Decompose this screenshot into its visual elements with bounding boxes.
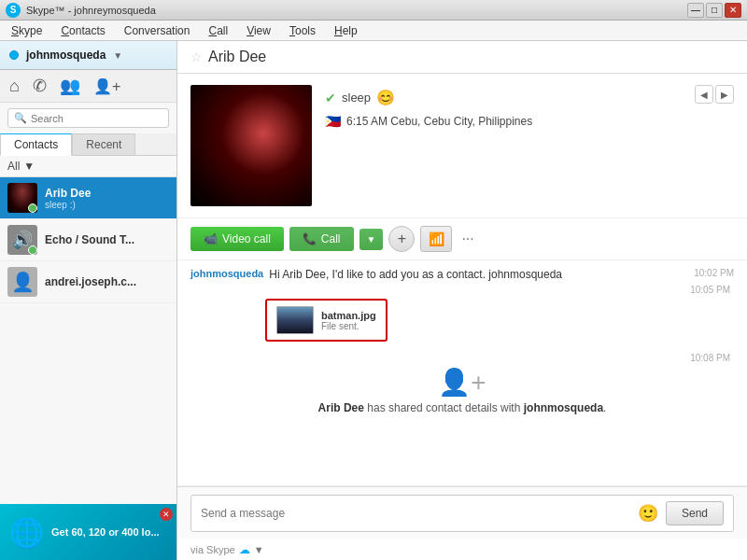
prev-contact-button[interactable]: ◀ (695, 85, 713, 104)
contact-header: ☆ Arib Dee (177, 41, 747, 74)
video-call-button[interactable]: 📹 Video call (190, 227, 284, 251)
contact-name: Arib Dee (45, 187, 169, 200)
status-row: ✔ sleep 😊 (325, 89, 532, 106)
send-button[interactable]: Send (666, 501, 724, 525)
user-dropdown-icon[interactable]: ▼ (113, 50, 122, 61)
message-input[interactable] (201, 507, 630, 520)
file-info: batman.jpg File sent. (321, 310, 376, 331)
ad-close-button[interactable]: ✕ (160, 508, 173, 521)
emoji-button[interactable]: 🙂 (638, 503, 658, 524)
shared-contact-icon: 👤+ (438, 367, 486, 398)
online-status-badge (28, 203, 37, 213)
contacts-icon[interactable]: 👥 (60, 76, 80, 96)
filter-label: All (7, 160, 20, 173)
contact-name: Echo / Sound T... (45, 233, 169, 246)
chat-message: johnmosqueda Hi Arib Dee, I'd like to ad… (190, 268, 734, 281)
favorite-icon[interactable]: ☆ (190, 49, 203, 64)
minimize-button[interactable]: — (687, 3, 704, 18)
right-panel: ☆ Arib Dee ✔ sleep 😊 🇵🇭 6:15 AM Cebu, Ce… (177, 41, 747, 560)
list-item[interactable]: Arib Dee sleep :) (0, 177, 176, 219)
timestamp: 10:05 PM (190, 285, 734, 295)
message-text: Hi Arib Dee, I'd like to add you as a co… (269, 268, 679, 281)
contact-header-name: Arib Dee (208, 49, 266, 65)
ad-text: Get 60, 120 or 400 lo... (51, 526, 160, 538)
ad-icon: 🌐 (9, 516, 44, 549)
sidebar: johnmosqueda ▼ ⌂ ✆ 👥 👤+ 🔍 Contacts Recen… (0, 41, 177, 560)
message-sender: johnmosqueda (190, 268, 263, 279)
menu-contacts[interactable]: Contacts (53, 22, 112, 39)
profile-area: ✔ sleep 😊 🇵🇭 6:15 AM Cebu, Cebu City, Ph… (177, 74, 747, 218)
profile-details: ✔ sleep 😊 🇵🇭 6:15 AM Cebu, Cebu City, Ph… (325, 85, 532, 206)
flag-icon: 🇵🇭 (325, 114, 341, 129)
menu-view[interactable]: View (239, 22, 278, 39)
search-icon: 🔍 (14, 112, 27, 124)
add-to-call-button[interactable]: + (388, 226, 415, 252)
status-text: sleep (342, 91, 371, 105)
contact-filter[interactable]: All ▼ (0, 156, 176, 177)
status-check-icon: ✔ (325, 91, 336, 105)
menu-skype[interactable]: Skype (4, 22, 49, 39)
contact-tabs: Contacts Recent (0, 133, 176, 156)
location-row: 🇵🇭 6:15 AM Cebu, Cebu City, Philippines (325, 114, 532, 129)
filter-chevron-icon: ▼ (23, 160, 35, 173)
search-box[interactable]: 🔍 (7, 108, 169, 128)
file-thumbnail (276, 306, 314, 334)
nav-icons-bar: ⌂ ✆ 👥 👤+ (0, 70, 176, 103)
window-controls: — □ ✕ (687, 3, 741, 18)
home-icon[interactable]: ⌂ (9, 77, 20, 96)
menu-tools[interactable]: Tools (282, 22, 323, 39)
contact-list: Arib Dee sleep :) 🔊 Echo / Sound T... 👤 (0, 177, 176, 504)
avatar (7, 183, 37, 213)
online-status-badge (28, 245, 37, 255)
search-input[interactable] (31, 113, 162, 124)
title-bar-text: Skype™ - johnreymosqueda (26, 5, 156, 16)
skype-logo-icon: ☁ (239, 543, 250, 556)
menu-conversation[interactable]: Conversation (117, 22, 198, 39)
contact-name: andrei.joseph.c... (45, 275, 169, 288)
via-label: via Skype (190, 544, 235, 555)
avatar: 🔊 (7, 225, 37, 255)
app-container: johnmosqueda ▼ ⌂ ✆ 👥 👤+ 🔍 Contacts Recen… (0, 41, 747, 560)
user-area[interactable]: johnmosqueda ▼ (0, 41, 176, 70)
shared-contact-text: Arib Dee has shared contact details with… (318, 401, 607, 414)
list-item[interactable]: 👤 andrei.joseph.c... (0, 261, 176, 303)
next-contact-button[interactable]: ▶ (715, 85, 734, 104)
shared-contact-notification: 10:08 PM 👤+ Arib Dee has shared contact … (190, 353, 734, 414)
phone-icon[interactable]: ✆ (33, 76, 47, 96)
timestamp: 10:08 PM (190, 353, 734, 363)
maximize-button[interactable]: □ (706, 3, 723, 18)
call-button[interactable]: 📞 Call (289, 227, 354, 251)
contact-status: sleep :) (45, 200, 169, 210)
more-options-button[interactable]: ··· (458, 231, 477, 247)
file-sent-box[interactable]: batman.jpg File sent. (265, 299, 388, 342)
menu-call[interactable]: Call (201, 22, 235, 39)
file-status: File sent. (321, 321, 376, 331)
username-label: johnmosqueda (26, 49, 106, 62)
file-name: batman.jpg (321, 310, 376, 321)
camera-icon: 📹 (204, 232, 218, 245)
location-text: 6:15 AM Cebu, Cebu City, Philippines (346, 115, 532, 128)
via-dropdown-icon[interactable]: ▼ (254, 544, 264, 555)
chat-area: johnmosqueda Hi Arib Dee, I'd like to ad… (177, 260, 747, 486)
smiley-icon: 😊 (376, 89, 395, 106)
tab-contacts[interactable]: Contacts (0, 133, 72, 156)
close-button[interactable]: ✕ (725, 3, 741, 18)
message-input-row: 🙂 Send (190, 495, 734, 532)
menu-help[interactable]: Help (327, 22, 365, 39)
phone-icon: 📞 (303, 232, 317, 245)
message-time: 10:02 PM (684, 268, 734, 278)
profile-photo (190, 85, 312, 206)
add-contact-icon[interactable]: 👤+ (93, 77, 120, 95)
call-dropdown-button[interactable]: ▼ (359, 229, 384, 250)
tab-recent[interactable]: Recent (72, 133, 135, 155)
app-icon: S (6, 3, 21, 18)
title-bar: S Skype™ - johnreymosqueda — □ ✕ (0, 0, 747, 21)
signal-quality-button[interactable]: 📶 (420, 226, 452, 252)
avatar: 👤 (7, 267, 37, 297)
list-item[interactable]: 🔊 Echo / Sound T... (0, 219, 176, 261)
action-bar: 📹 Video call 📞 Call ▼ + 📶 ··· (177, 218, 747, 260)
ad-banner: 🌐 Get 60, 120 or 400 lo... ✕ (0, 504, 176, 560)
user-status-indicator (9, 50, 19, 60)
message-input-area: 🙂 Send (177, 486, 747, 539)
via-skype-bar: via Skype ☁ ▼ (177, 539, 747, 560)
